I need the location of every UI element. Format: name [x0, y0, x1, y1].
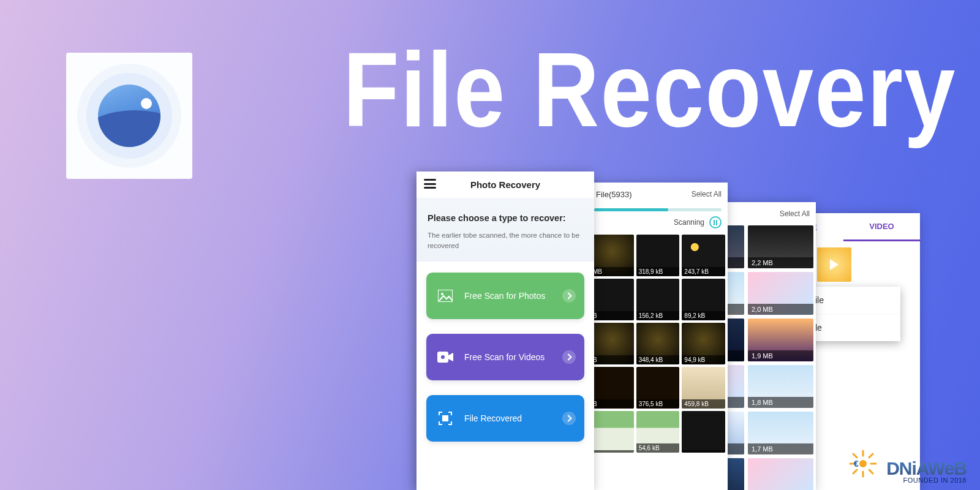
- file-size: 156,2 kB: [636, 311, 680, 320]
- scan-tile[interactable]: 54,6 kB: [636, 411, 680, 453]
- lens-ring-inner: [86, 73, 172, 159]
- file-size: 2,0 MB: [748, 304, 813, 315]
- svg-line-12: [853, 470, 857, 473]
- select-all-link[interactable]: Select All: [692, 190, 722, 198]
- scan-photos-card[interactable]: Free Scan for Photos: [426, 273, 584, 319]
- screen2-title: | File(5933): [592, 190, 632, 199]
- svg-rect-4: [442, 415, 448, 421]
- svg-line-13: [869, 454, 873, 458]
- image-icon: [436, 290, 454, 302]
- lens-icon: [98, 85, 160, 147]
- file-size: 1,7 MB: [748, 443, 813, 454]
- scan-videos-label: Free Scan for Videos: [464, 352, 545, 362]
- scan-tile[interactable]: MB: [590, 235, 634, 276]
- progress-track: [594, 208, 722, 211]
- select-all-link[interactable]: Select All: [780, 209, 810, 218]
- hero-title: File Recovery: [343, 29, 957, 151]
- svg-point-1: [441, 293, 443, 295]
- svg-line-10: [853, 454, 857, 458]
- file-recovered-card[interactable]: File Recovered: [426, 395, 584, 442]
- scan-tile[interactable]: 89,2 kB: [682, 279, 725, 320]
- scan-tile[interactable]: 243,7 kB: [682, 235, 725, 276]
- pause-icon[interactable]: [709, 216, 722, 228]
- intro-panel: Please choose a type to recover: The ear…: [417, 198, 594, 262]
- chevron-right-icon: [562, 289, 576, 303]
- file-size: B: [590, 399, 634, 409]
- gallery-cell[interactable]: 1,8 MB: [748, 365, 813, 408]
- gallery-cell[interactable]: 2,2 MB: [748, 225, 813, 268]
- tab-video[interactable]: VIDEO: [843, 213, 920, 241]
- scan-tile[interactable]: 94,9 kB: [682, 323, 725, 364]
- file-size: MB: [590, 267, 634, 276]
- file-size: 318,9 kB: [636, 267, 680, 276]
- action-cards: Free Scan for Photos Free Scan for Video…: [417, 262, 594, 453]
- scan-videos-card[interactable]: Free Scan for Videos: [426, 334, 584, 380]
- scan-tile[interactable]: B: [590, 279, 634, 320]
- scan-photos-label: Free Scan for Photos: [464, 291, 545, 301]
- scan-results-grid: MB 318,9 kB 243,7 kB B 156,2 kB 89,2 kB …: [588, 235, 728, 453]
- scan-tile[interactable]: B: [590, 367, 634, 409]
- app-bar: Photo Recovery: [417, 172, 594, 198]
- app-icon-tile: [66, 53, 192, 179]
- scan-tile[interactable]: 318,9 kB: [636, 235, 680, 276]
- scan-tile[interactable]: 348,4 kB: [636, 323, 680, 364]
- scan-tile[interactable]: 459,8 kB: [682, 367, 725, 409]
- scan-tile[interactable]: B: [590, 323, 634, 364]
- watermark-brand: DNiAWeB: [886, 458, 967, 479]
- gallery-cell[interactable]: 1,9 MB: [748, 318, 813, 361]
- svg-point-5: [859, 460, 867, 467]
- file-size: B: [590, 355, 634, 364]
- file-size: 89,2 kB: [682, 311, 725, 320]
- screenshot-photo-recovery-home: Photo Recovery Please choose a type to r…: [417, 172, 594, 490]
- scan-tile[interactable]: 156,2 kB: [636, 279, 680, 320]
- watermark: DNiAWeB FOUNDED IN 2018: [886, 458, 967, 484]
- play-icon: [830, 259, 839, 270]
- screenshot-scanning: | File(5933) Select All Scanning MB 318,…: [588, 183, 728, 490]
- gallery-cell[interactable]: 2,0 MB: [748, 272, 813, 315]
- file-size: [590, 450, 634, 453]
- video-thumb[interactable]: [817, 247, 851, 282]
- intro-heading: Please choose a type to recover:: [428, 213, 583, 223]
- scan-frame-icon: [436, 411, 454, 426]
- file-size: 94,9 kB: [682, 355, 725, 364]
- file-size: 459,8 kB: [682, 399, 725, 409]
- file-size: 54,6 kB: [636, 443, 680, 453]
- file-size: 376,5 kB: [636, 399, 680, 409]
- file-size: [682, 450, 725, 453]
- video-icon: [436, 352, 454, 363]
- file-size: B: [590, 311, 634, 320]
- chevron-right-icon: [562, 350, 576, 364]
- gallery-cell[interactable]: 1,6 MB: [748, 458, 813, 490]
- scan-tile[interactable]: [590, 411, 634, 453]
- sun-icon: €: [849, 450, 877, 478]
- file-recovered-label: File Recovered: [464, 413, 522, 423]
- chevron-right-icon: [562, 412, 576, 425]
- file-size: 2,2 MB: [748, 257, 813, 268]
- scanning-label: Scanning: [674, 218, 704, 227]
- file-size: 1,9 MB: [748, 350, 813, 361]
- svg-line-11: [869, 470, 873, 473]
- lens-ring-outer: [77, 64, 181, 168]
- app-bar-title: Photo Recovery: [470, 179, 540, 190]
- intro-subtext: The earlier tobe scanned, the more chanc…: [428, 230, 583, 251]
- menu-icon[interactable]: [424, 179, 436, 189]
- file-size: 348,4 kB: [636, 355, 680, 364]
- svg-point-3: [441, 355, 445, 359]
- file-size: 1,8 MB: [748, 397, 813, 408]
- file-size: 243,7 kB: [682, 267, 725, 276]
- gallery-cell[interactable]: 1,7 MB: [748, 412, 813, 454]
- scan-progress: Scanning: [588, 206, 728, 235]
- svg-text:€: €: [854, 459, 859, 469]
- scan-tile[interactable]: 376,5 kB: [636, 367, 680, 409]
- scan-tile[interactable]: [682, 411, 725, 453]
